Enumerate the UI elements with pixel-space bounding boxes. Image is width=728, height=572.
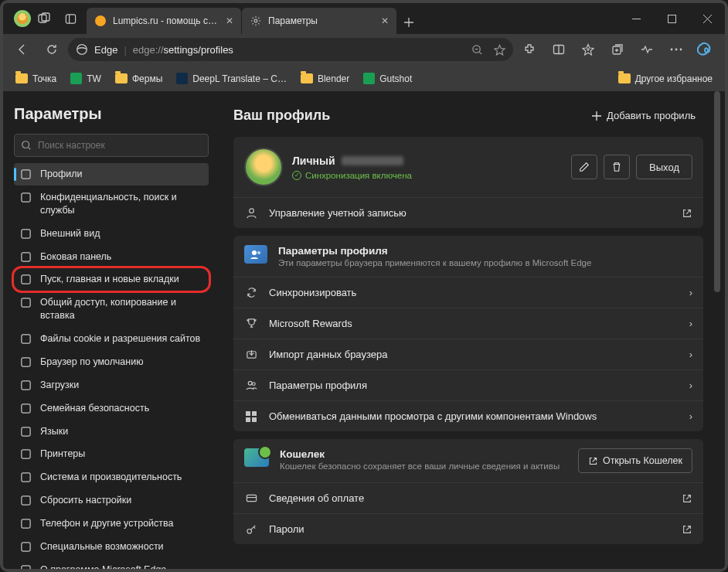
external-link-icon [682,208,692,219]
nav-icon [20,333,32,345]
import-row[interactable]: Импорт данных браузера› [233,339,703,369]
health-icon[interactable] [634,36,660,63]
favorite-star-icon[interactable] [494,44,505,56]
people-icon [244,380,258,391]
svg-rect-38 [22,450,30,458]
add-profile-button[interactable]: Добавить профиль [583,105,703,126]
favicon [176,73,188,84]
new-tab-button[interactable] [397,11,420,34]
svg-rect-42 [22,543,30,551]
payment-row[interactable]: Сведения об оплате [233,482,703,513]
fav-deepl[interactable]: DeepL Translate – C… [172,70,291,87]
extensions-icon[interactable] [516,36,543,63]
titlebar: Lumpics.ru - помощь с компьюте ✕ Парамет… [3,3,725,34]
gear-icon [250,15,262,27]
profile-avatar [244,148,283,186]
fav-tochka[interactable]: Точка [11,70,61,87]
nav-item-11[interactable]: Принтеры [14,443,209,465]
vertical-tabs-icon[interactable] [57,13,83,25]
svg-point-50 [248,381,252,385]
scrollbar[interactable] [711,91,725,572]
logout-button[interactable]: Выход [636,155,692,179]
nav-item-8[interactable]: Загрузки [14,374,209,397]
fav-tw[interactable]: TW [66,70,106,87]
open-wallet-button[interactable]: Открыть Кошелек [578,448,692,473]
main-panel: Ваш профиль Добавить профиль Личный ✓ Си… [219,91,711,572]
person-icon [244,207,258,219]
svg-rect-2 [66,14,75,22]
nav-icon [20,472,32,483]
zoom-icon[interactable] [471,44,483,56]
nav-item-9[interactable]: Семейная безопасность [14,397,209,420]
profile-settings-row[interactable]: Параметры профиля› [233,369,703,400]
svg-rect-8 [668,15,675,22]
svg-rect-27 [22,170,30,179]
content: Параметры ПрофилиКонфиденциальность, пои… [3,91,725,572]
svg-rect-41 [22,519,30,528]
maximize-button[interactable] [654,3,689,34]
tab-settings[interactable]: Параметры ✕ [242,8,396,34]
close-icon[interactable]: ✕ [226,15,233,26]
sync-row[interactable]: Синхронизировать› [233,277,703,308]
copilot-icon[interactable] [692,36,719,63]
fav-gutshot[interactable]: Gutshot [359,70,417,87]
nav-item-14[interactable]: Телефон и другие устройства [14,512,209,535]
nav-item-6[interactable]: Файлы cookie и разрешения сайтов [14,328,209,350]
nav-icon [20,448,32,460]
close-icon[interactable]: ✕ [381,15,389,26]
favorites-icon[interactable] [575,36,601,63]
sidebar-title: Параметры [14,105,209,123]
collections-icon[interactable] [604,36,631,63]
rewards-row[interactable]: Microsoft Rewards› [233,308,703,339]
svg-point-23 [675,49,678,51]
svg-rect-28 [22,193,30,202]
fav-farms[interactable]: Фермы [111,70,167,87]
refresh-button[interactable] [39,36,65,63]
fav-blender[interactable]: Blender [296,70,354,87]
search-input[interactable] [14,134,209,157]
nav-item-15[interactable]: Специальные возможности [14,536,209,558]
nav-item-2[interactable]: Внешний вид [14,223,209,245]
trash-icon [611,162,622,172]
manage-account-row[interactable]: Управление учетной записью [233,197,703,228]
close-button[interactable] [689,3,725,34]
svg-rect-39 [22,473,30,482]
nav-item-10[interactable]: Языки [14,420,209,443]
fav-other[interactable]: Другое избранное [614,70,717,87]
edit-profile-button[interactable] [571,155,597,179]
menu-icon[interactable] [663,36,689,63]
delete-profile-button[interactable] [604,155,630,179]
key-icon [244,523,258,535]
svg-rect-54 [246,417,250,422]
nav-item-13[interactable]: Сбросить настройки [14,489,209,512]
nav-icon [20,495,32,506]
nav-item-12[interactable]: Система и производительность [14,466,209,489]
tab-lumpics[interactable]: Lumpics.ru - помощь с компьюте ✕ [87,8,241,34]
nav-item-1[interactable]: Конфиденциальность, поиск и службы [14,186,209,222]
scrollbar-thumb[interactable] [714,91,720,292]
chevron-right-icon: › [689,287,692,298]
search-field[interactable] [38,140,202,151]
nav-icon [20,192,32,203]
profile-avatar-small[interactable] [14,10,31,27]
folder-icon [15,73,28,83]
nav-item-3[interactable]: Боковая панель [14,246,209,268]
trophy-icon [244,318,258,329]
share-data-row[interactable]: Обмениваться данными просмотра с другими… [233,400,703,431]
plus-icon [591,111,602,121]
nav-item-4[interactable]: Пуск, главная и новые вкладки [14,268,209,291]
workspaces-icon[interactable] [31,12,57,25]
nav-item-16[interactable]: О программе Microsoft Edge [14,559,209,572]
nav-item-7[interactable]: Браузер по умолчанию [14,351,209,373]
nav-item-0[interactable]: Профили [14,163,209,186]
nav-icon [20,541,32,553]
address-bar[interactable]: Edge | edge://settings/profiles [68,38,513,61]
nav-icon [20,403,32,414]
back-button[interactable] [9,36,36,63]
nav-item-5[interactable]: Общий доступ, копирование и вставка [14,291,209,327]
minimize-button[interactable] [618,3,654,34]
split-screen-icon[interactable] [546,36,572,63]
passwords-row[interactable]: Пароли [233,513,703,544]
nav-icon [20,564,32,572]
svg-rect-31 [22,275,30,284]
